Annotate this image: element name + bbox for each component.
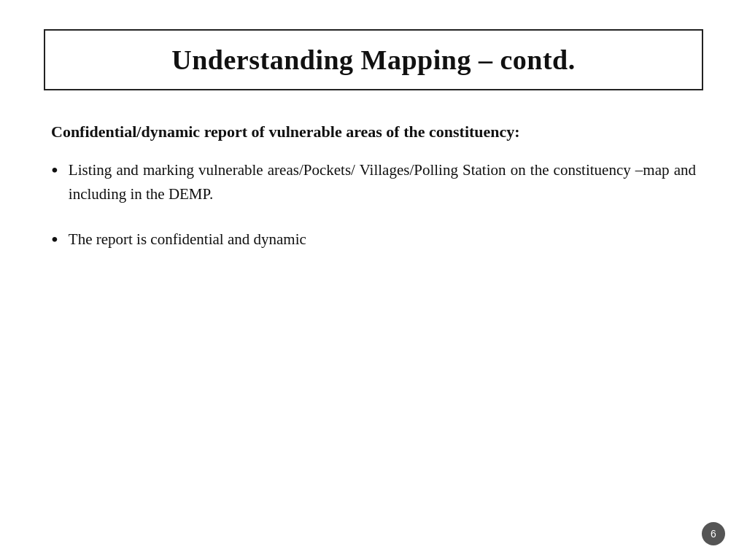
slide-number: 6 <box>702 522 725 545</box>
bullet-dot-icon: • <box>51 227 58 253</box>
list-item: • Listing and marking vulnerable areas/P… <box>51 158 696 206</box>
bullet-text-1: Listing and marking vulnerable areas/Poc… <box>69 158 696 206</box>
bullet-text-2: The report is confidential and dynamic <box>69 228 696 252</box>
slide-title: Understanding Mapping – contd. <box>171 44 575 75</box>
section-heading: Confidential/dynamic report of vulnerabl… <box>51 120 696 144</box>
list-item: • The report is confidential and dynamic <box>51 228 696 253</box>
title-box: Understanding Mapping – contd. <box>44 29 703 90</box>
content-area: Confidential/dynamic report of vulnerabl… <box>44 120 703 531</box>
bullet-list: • Listing and marking vulnerable areas/P… <box>51 158 696 253</box>
bullet-dot-icon: • <box>51 158 58 184</box>
slide-container: Understanding Mapping – contd. Confident… <box>0 0 747 560</box>
